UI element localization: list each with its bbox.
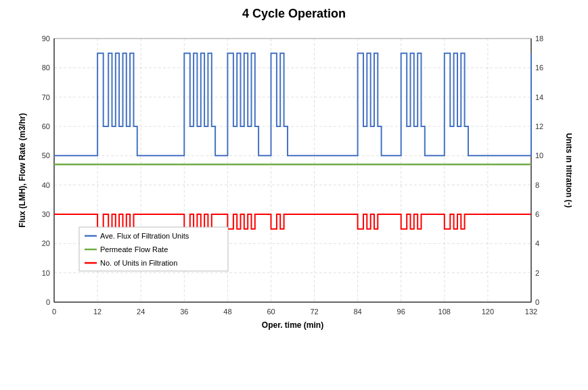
- x-axis-label: Oper. time (min): [261, 320, 323, 330]
- svg-text:108: 108: [438, 308, 450, 316]
- svg-text:14: 14: [535, 93, 543, 101]
- svg-text:70: 70: [41, 93, 49, 101]
- svg-text:60: 60: [41, 122, 49, 130]
- svg-text:24: 24: [137, 308, 145, 316]
- svg-text:50: 50: [41, 151, 49, 160]
- svg-text:6: 6: [535, 210, 539, 218]
- svg-text:No. of Units in Filtration: No. of Units in Filtration: [100, 259, 177, 267]
- svg-text:20: 20: [41, 239, 49, 247]
- svg-text:0: 0: [45, 298, 49, 306]
- svg-text:30: 30: [41, 210, 49, 218]
- svg-text:132: 132: [524, 308, 537, 316]
- svg-text:96: 96: [397, 308, 405, 316]
- svg-text:18: 18: [535, 34, 543, 43]
- svg-text:10: 10: [41, 269, 49, 277]
- svg-text:48: 48: [223, 308, 231, 316]
- svg-text:80: 80: [41, 64, 49, 72]
- svg-text:8: 8: [535, 181, 539, 189]
- svg-text:12: 12: [93, 308, 101, 316]
- svg-text:10: 10: [535, 151, 543, 160]
- svg-text:36: 36: [180, 308, 188, 316]
- chart-svg: .grid-line { stroke: #C0C0C0; stroke-wid…: [17, 25, 572, 356]
- svg-text:60: 60: [267, 308, 275, 316]
- svg-text:84: 84: [353, 308, 361, 316]
- svg-text:16: 16: [535, 64, 543, 72]
- chart-area: .grid-line { stroke: #C0C0C0; stroke-wid…: [17, 25, 572, 356]
- svg-text:0: 0: [51, 308, 55, 316]
- svg-text:2: 2: [535, 269, 539, 277]
- svg-text:Permeate Flow Rate: Permeate Flow Rate: [100, 245, 168, 253]
- chart-container: 4 Cycle Operation .grid-line { stroke: #…: [0, 0, 588, 390]
- chart-title: 4 Cycle Operation: [242, 7, 346, 21]
- svg-text:Ave. Flux of Filtration Units: Ave. Flux of Filtration Units: [100, 232, 189, 240]
- svg-text:90: 90: [41, 34, 49, 43]
- svg-text:72: 72: [310, 308, 318, 316]
- svg-text:0: 0: [535, 298, 539, 306]
- svg-text:12: 12: [535, 122, 543, 130]
- y-right-label: Units in filtration (-): [564, 133, 572, 208]
- svg-text:40: 40: [41, 181, 49, 189]
- svg-text:4: 4: [535, 239, 539, 247]
- svg-text:120: 120: [481, 308, 493, 316]
- y-left-label: Flux (LMH), Flow Rate (m3/hr): [18, 113, 27, 227]
